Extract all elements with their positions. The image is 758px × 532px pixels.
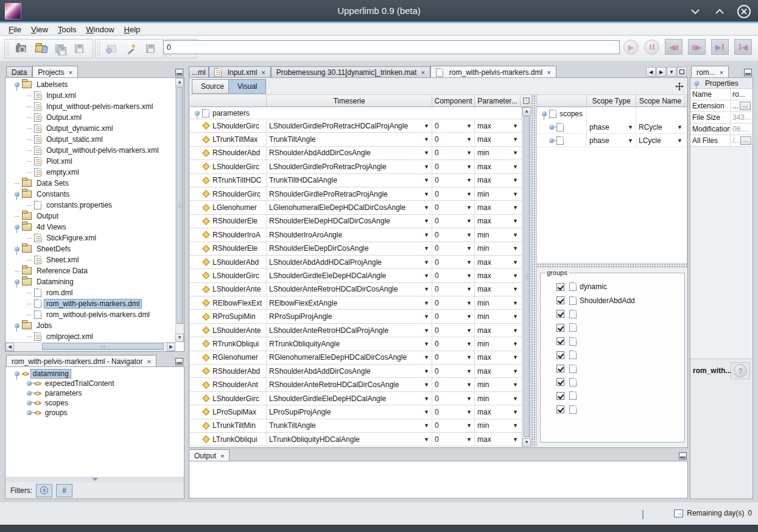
dropdown-arrow-icon[interactable]: ▼ xyxy=(513,286,518,292)
dropdown-arrow-icon[interactable]: ▼ xyxy=(466,300,472,306)
maximize-editor-icon[interactable] xyxy=(677,67,687,77)
scrollbar-thumb[interactable] xyxy=(177,87,183,324)
group-checkbox[interactable] xyxy=(556,337,564,345)
dropdown-arrow-icon[interactable]: ▼ xyxy=(466,396,472,402)
tree-item-datamining[interactable]: Datamining xyxy=(6,276,175,287)
parameter-cell[interactable]: min▼ xyxy=(475,242,521,255)
timeserie-cell[interactable]: RTrunkObliquityAngle▼ xyxy=(267,337,432,350)
scrollbar-thumb[interactable] xyxy=(42,343,164,350)
dropdown-arrow-icon[interactable]: ▼ xyxy=(513,164,518,170)
tree-item-rom-without-pelvis-markers-dml[interactable]: rom_without-pelvis-markers.dml xyxy=(6,309,175,320)
tab-navigator[interactable]: rom_with-pelvis-markers.dml - Navigator× xyxy=(6,355,156,367)
attach-data-button[interactable] xyxy=(102,41,121,57)
tree-item-output-xml[interactable]: Output.xml xyxy=(6,112,175,123)
timeserie-cell[interactable]: RElbowFlexExtAngle▼ xyxy=(267,296,432,309)
property-value[interactable]: ...... xyxy=(731,100,753,111)
dropdown-arrow-icon[interactable]: ▼ xyxy=(424,396,429,402)
close-icon[interactable]: × xyxy=(546,69,550,76)
dropdown-arrow-icon[interactable]: ▼ xyxy=(466,273,472,279)
dropdown-arrow-icon[interactable]: ▼ xyxy=(424,259,429,265)
group-checkbox[interactable] xyxy=(556,310,564,318)
nav-item-datamining[interactable]: <>datamining xyxy=(6,369,183,379)
nav-item-expectedtrialcontent[interactable]: <>expectedTrialContent xyxy=(6,379,183,388)
parameter-row[interactable]: LGlenohumerLGlenohumeralEleDepHDCalDirCo… xyxy=(190,201,522,214)
close-icon[interactable]: × xyxy=(68,69,72,76)
timeserie-cell[interactable]: RProSupiProjAngle▼ xyxy=(267,310,432,323)
parameter-row[interactable]: LShoulderAnteLShoulderAnteRetroHDCalProj… xyxy=(190,324,522,337)
tree-item-stickfigure-xml[interactable]: StickFigure.xml xyxy=(6,233,175,243)
dropdown-arrow-icon[interactable]: ▼ xyxy=(424,205,429,211)
dropdown-arrow-icon[interactable]: ▼ xyxy=(424,218,429,224)
scroll-up-icon[interactable]: ▲ xyxy=(522,107,531,116)
parameter-row[interactable]: RShoulderAntRShoulderAnteRetroHDCalDirCo… xyxy=(190,378,522,391)
expand-handle-icon[interactable] xyxy=(15,323,19,328)
dropdown-arrow-icon[interactable]: ▼ xyxy=(628,124,633,130)
filter-content-button[interactable]: # xyxy=(56,484,72,497)
component-cell[interactable]: 0▼ xyxy=(432,201,475,214)
dropdown-arrow-icon[interactable]: ▼ xyxy=(513,436,518,443)
group-checkbox[interactable] xyxy=(556,296,564,304)
frame-input[interactable] xyxy=(163,40,620,54)
dropdown-arrow-icon[interactable]: ▼ xyxy=(513,396,518,402)
scope-type-cell[interactable]: phase▼ xyxy=(587,134,636,147)
scope-name-cell[interactable]: RCycle▼ xyxy=(636,121,685,133)
parameter-cell[interactable]: min▼ xyxy=(475,147,521,159)
dropdown-arrow-icon[interactable]: ▼ xyxy=(466,409,472,415)
timeserie-cell[interactable]: LShoulderGirdleProRetracHDCalProjAngle▼ xyxy=(267,119,432,132)
group-checkbox[interactable] xyxy=(556,351,564,359)
dropdown-arrow-icon[interactable]: ▼ xyxy=(466,368,472,374)
projects-horizontal-scrollbar[interactable]: ◀ ▶ xyxy=(5,342,175,351)
component-cell[interactable]: 0▼ xyxy=(432,310,475,323)
menu-help[interactable]: Help xyxy=(119,24,146,35)
tree-item-plot-xml[interactable]: Plot.xml xyxy=(6,156,175,167)
maximize-window-icon[interactable] xyxy=(712,4,728,19)
parameter-cell[interactable]: min▼ xyxy=(475,392,521,405)
dropdown-arrow-icon[interactable]: ▼ xyxy=(424,409,429,415)
timeserie-cell[interactable]: RShoulderEleDepHDCalDirCosAngle▼ xyxy=(267,215,432,228)
close-icon[interactable]: × xyxy=(718,69,723,76)
tree-item-cmlproject-xml[interactable]: cmlproject.xml xyxy=(6,331,175,341)
group-checkbox[interactable] xyxy=(556,405,564,413)
parameter-cell[interactable]: max▼ xyxy=(475,256,521,268)
tree-item-constants[interactable]: Constants xyxy=(6,189,175,200)
group-checkbox[interactable] xyxy=(556,283,564,291)
scrollbar-thumb[interactable] xyxy=(524,116,530,437)
dropdown-arrow-icon[interactable]: ▼ xyxy=(466,191,472,197)
dropdown-arrow-icon[interactable]: ▼ xyxy=(466,382,472,388)
parameter-row[interactable]: RShoulderEleRShoulderEleDepHDCalDirCosAn… xyxy=(190,215,522,228)
column-header-scope-name[interactable]: Scope Name xyxy=(636,95,685,107)
component-cell[interactable]: 0▼ xyxy=(432,242,475,255)
dropdown-arrow-icon[interactable]: ▼ xyxy=(677,124,683,130)
close-icon[interactable]: × xyxy=(419,69,424,76)
dropdown-arrow-icon[interactable]: ▼ xyxy=(466,150,472,156)
expand-handle-icon[interactable] xyxy=(15,371,19,376)
component-cell[interactable]: 0▼ xyxy=(432,147,475,159)
expand-handle-icon[interactable] xyxy=(15,279,19,284)
component-cell[interactable]: 0▼ xyxy=(432,392,475,405)
timeserie-cell[interactable]: LShoulderGirdleEleDepHDCalAngle▼ xyxy=(267,392,432,405)
parameter-row[interactable]: RShoulderAbdRShoulderAbdAddDirCosAngle▼0… xyxy=(190,147,522,160)
export-button[interactable] xyxy=(141,41,160,57)
skip-to-end-button[interactable]: ▶ xyxy=(711,39,729,55)
tree-item-data-sets[interactable]: Data Sets xyxy=(6,178,175,189)
dropdown-arrow-icon[interactable]: ▼ xyxy=(424,382,429,388)
parameters-root-row[interactable]: parameters xyxy=(190,107,522,119)
minimize-panel-icon[interactable] xyxy=(175,358,183,365)
timeserie-cell[interactable]: TrunkTiltAngle▼ xyxy=(267,419,432,432)
parameter-row[interactable]: LShoulderAnteLShoulderAnteRetroHDCalDirC… xyxy=(190,283,522,296)
timeserie-cell[interactable]: LShoulderAnteRetroHDCalDirCosAngle▼ xyxy=(267,283,432,296)
component-cell[interactable]: 0▼ xyxy=(432,337,475,350)
dropdown-arrow-icon[interactable]: ▼ xyxy=(466,313,472,320)
parameter-cell[interactable]: max▼ xyxy=(475,365,521,377)
property-value[interactable]: ro... xyxy=(731,89,753,100)
parameter-cell[interactable]: max▼ xyxy=(475,351,521,364)
rewind-button[interactable]: ◀◀ xyxy=(665,39,683,55)
component-cell[interactable]: 0▼ xyxy=(432,133,475,145)
parameter-row[interactable]: LShoulderGircLShoulderGirdleProRetracHDC… xyxy=(190,119,522,133)
minimize-panel-icon[interactable] xyxy=(744,69,752,76)
navigator-splitter[interactable] xyxy=(5,477,184,482)
customize-columns-button[interactable] xyxy=(522,95,531,107)
tree-item-sheetdefs[interactable]: SheetDefs xyxy=(6,243,175,254)
timeserie-cell[interactable]: TrunkTiltHDCalAngle▼ xyxy=(267,174,432,187)
dropdown-arrow-icon[interactable]: ▼ xyxy=(424,327,429,334)
